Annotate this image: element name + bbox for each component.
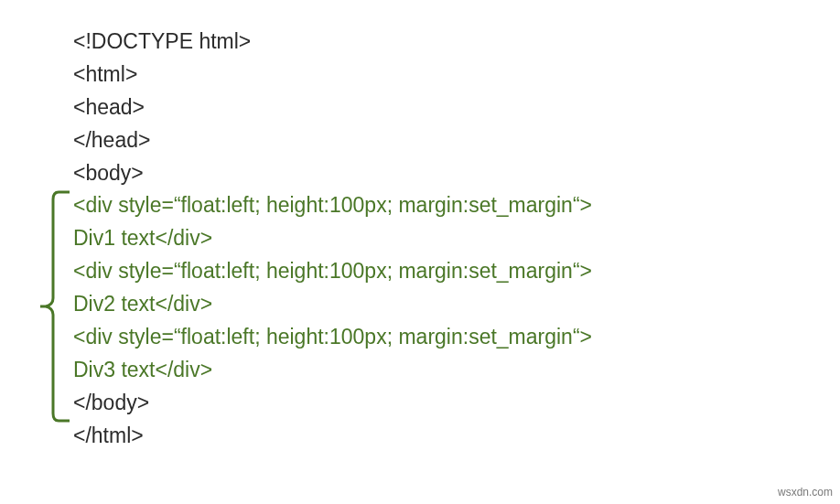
bracket-annotation [38,188,70,424]
code-line-highlighted: Div2 text</div> [73,288,840,321]
code-line: <body> [73,157,840,190]
code-line-highlighted: <div style=“float:left; height:100px; ma… [73,255,840,288]
code-line: <head> [73,91,840,124]
watermark: wsxdn.com [778,486,833,499]
code-line: <!DOCTYPE html> [73,26,840,59]
code-line-highlighted: <div style=“float:left; height:100px; ma… [73,189,840,222]
code-line-highlighted: <div style=“float:left; height:100px; ma… [73,321,840,354]
code-snippet: <!DOCTYPE html> <html> <head> </head> <b… [0,26,840,452]
code-line: </html> [73,420,840,453]
code-line-highlighted: Div1 text</div> [73,222,840,255]
code-line: <html> [73,59,840,91]
code-line-highlighted: Div3 text</div> [73,354,840,387]
code-line: </body> [73,387,840,420]
code-line: </head> [73,124,840,157]
